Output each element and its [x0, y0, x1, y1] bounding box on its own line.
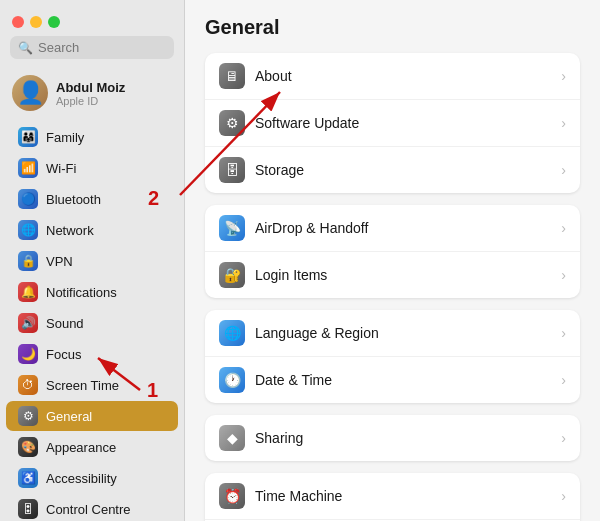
user-subtitle: Apple ID — [56, 95, 125, 107]
settings-item-storage[interactable]: 🗄 Storage › — [205, 147, 580, 193]
settings-item-datetime[interactable]: 🕐 Date & Time › — [205, 357, 580, 403]
general-icon: ⚙ — [18, 406, 38, 426]
settings-item-airdrop[interactable]: 📡 AirDrop & Handoff › — [205, 205, 580, 252]
main-content: General 🖥 About › ⚙ Software Update › 🗄 … — [185, 0, 600, 521]
sidebar-item-appearance[interactable]: 🎨 Appearance — [6, 432, 178, 462]
settings-label-datetime: Date & Time — [255, 372, 551, 388]
user-name: Abdul Moiz — [56, 80, 125, 95]
about-settings-icon: 🖥 — [219, 63, 245, 89]
sidebar-item-network[interactable]: 🌐 Network — [6, 215, 178, 245]
app-window: 🔍 👤 Abdul Moiz Apple ID 👨‍👩‍👧 Family 📶 W… — [0, 0, 600, 521]
sidebar-item-label-accessibility: Accessibility — [46, 471, 117, 486]
language-settings-icon: 🌐 — [219, 320, 245, 346]
sidebar-item-label-general: General — [46, 409, 92, 424]
focus-icon: 🌙 — [18, 344, 38, 364]
settings-group-1: 📡 AirDrop & Handoff › 🔐 Login Items › — [205, 205, 580, 298]
search-box[interactable]: 🔍 — [10, 36, 174, 59]
sidebar-item-label-sound: Sound — [46, 316, 84, 331]
chevron-sharing-icon: › — [561, 430, 566, 446]
sidebar-item-controlcentre[interactable]: 🎛 Control Centre — [6, 494, 178, 521]
sidebar-item-label-vpn: VPN — [46, 254, 73, 269]
settings-label-airdrop: AirDrop & Handoff — [255, 220, 551, 236]
close-button[interactable] — [12, 16, 24, 28]
sidebar-item-general[interactable]: ⚙ General — [6, 401, 178, 431]
chevron-storage-icon: › — [561, 162, 566, 178]
settings-list-1: 📡 AirDrop & Handoff › 🔐 Login Items › — [205, 205, 580, 298]
softwareupdate-settings-icon: ⚙ — [219, 110, 245, 136]
settings-group-2: 🌐 Language & Region › 🕐 Date & Time › — [205, 310, 580, 403]
settings-item-language[interactable]: 🌐 Language & Region › — [205, 310, 580, 357]
sidebar-item-label-screentime: Screen Time — [46, 378, 119, 393]
chevron-about-icon: › — [561, 68, 566, 84]
settings-label-softwareupdate: Software Update — [255, 115, 551, 131]
loginitems-settings-icon: 🔐 — [219, 262, 245, 288]
datetime-settings-icon: 🕐 — [219, 367, 245, 393]
search-icon: 🔍 — [18, 41, 33, 55]
settings-list-0: 🖥 About › ⚙ Software Update › 🗄 Storage … — [205, 53, 580, 193]
appearance-icon: 🎨 — [18, 437, 38, 457]
vpn-icon: 🔒 — [18, 251, 38, 271]
sidebar-section: 👨‍👩‍👧 Family 📶 Wi-Fi 🔵 Bluetooth 🌐 Netwo… — [0, 121, 184, 521]
wifi-icon: 📶 — [18, 158, 38, 178]
sidebar-item-label-family: Family — [46, 130, 84, 145]
sharing-settings-icon: ◆ — [219, 425, 245, 451]
settings-item-loginitems[interactable]: 🔐 Login Items › — [205, 252, 580, 298]
settings-group-0: 🖥 About › ⚙ Software Update › 🗄 Storage … — [205, 53, 580, 193]
user-info: Abdul Moiz Apple ID — [56, 80, 125, 107]
sidebar-item-sound[interactable]: 🔊 Sound — [6, 308, 178, 338]
settings-groups: 🖥 About › ⚙ Software Update › 🗄 Storage … — [205, 53, 580, 521]
settings-group-3: ◆ Sharing › — [205, 415, 580, 461]
sidebar-item-bluetooth[interactable]: 🔵 Bluetooth — [6, 184, 178, 214]
chevron-airdrop-icon: › — [561, 220, 566, 236]
search-input[interactable] — [38, 40, 166, 55]
sidebar-item-label-focus: Focus — [46, 347, 81, 362]
settings-label-language: Language & Region — [255, 325, 551, 341]
sidebar-item-accessibility[interactable]: ♿ Accessibility — [6, 463, 178, 493]
chevron-datetime-icon: › — [561, 372, 566, 388]
settings-label-timemachine: Time Machine — [255, 488, 551, 504]
sound-icon: 🔊 — [18, 313, 38, 333]
notifications-icon: 🔔 — [18, 282, 38, 302]
sidebar-item-focus[interactable]: 🌙 Focus — [6, 339, 178, 369]
sidebar-item-screentime[interactable]: ⏱ Screen Time — [6, 370, 178, 400]
sidebar-item-label-notifications: Notifications — [46, 285, 117, 300]
settings-item-sharing[interactable]: ◆ Sharing › — [205, 415, 580, 461]
storage-settings-icon: 🗄 — [219, 157, 245, 183]
settings-group-4: ⏰ Time Machine › ↩ Transfer or Reset › 💾… — [205, 473, 580, 521]
chevron-softwareupdate-icon: › — [561, 115, 566, 131]
settings-label-loginitems: Login Items — [255, 267, 551, 283]
accessibility-icon: ♿ — [18, 468, 38, 488]
sidebar-item-label-wifi: Wi-Fi — [46, 161, 76, 176]
chevron-timemachine-icon: › — [561, 488, 566, 504]
sidebar: 🔍 👤 Abdul Moiz Apple ID 👨‍👩‍👧 Family 📶 W… — [0, 0, 185, 521]
chevron-language-icon: › — [561, 325, 566, 341]
minimize-button[interactable] — [30, 16, 42, 28]
maximize-button[interactable] — [48, 16, 60, 28]
screentime-icon: ⏱ — [18, 375, 38, 395]
timemachine-settings-icon: ⏰ — [219, 483, 245, 509]
sidebar-item-vpn[interactable]: 🔒 VPN — [6, 246, 178, 276]
settings-item-about[interactable]: 🖥 About › — [205, 53, 580, 100]
settings-list-3: ◆ Sharing › — [205, 415, 580, 461]
sidebar-item-wifi[interactable]: 📶 Wi-Fi — [6, 153, 178, 183]
settings-label-about: About — [255, 68, 551, 84]
settings-list-4: ⏰ Time Machine › ↩ Transfer or Reset › 💾… — [205, 473, 580, 521]
sidebar-item-family[interactable]: 👨‍👩‍👧 Family — [6, 122, 178, 152]
page-title: General — [205, 16, 580, 39]
settings-list-2: 🌐 Language & Region › 🕐 Date & Time › — [205, 310, 580, 403]
sidebar-item-label-network: Network — [46, 223, 94, 238]
user-profile[interactable]: 👤 Abdul Moiz Apple ID — [0, 69, 184, 117]
sidebar-item-notifications[interactable]: 🔔 Notifications — [6, 277, 178, 307]
settings-item-timemachine[interactable]: ⏰ Time Machine › — [205, 473, 580, 520]
chevron-loginitems-icon: › — [561, 267, 566, 283]
airdrop-settings-icon: 📡 — [219, 215, 245, 241]
network-icon: 🌐 — [18, 220, 38, 240]
controlcentre-icon: 🎛 — [18, 499, 38, 519]
settings-item-softwareupdate[interactable]: ⚙ Software Update › — [205, 100, 580, 147]
family-icon: 👨‍👩‍👧 — [18, 127, 38, 147]
sidebar-item-label-appearance: Appearance — [46, 440, 116, 455]
settings-label-sharing: Sharing — [255, 430, 551, 446]
sidebar-item-label-controlcentre: Control Centre — [46, 502, 131, 517]
bluetooth-icon: 🔵 — [18, 189, 38, 209]
settings-label-storage: Storage — [255, 162, 551, 178]
